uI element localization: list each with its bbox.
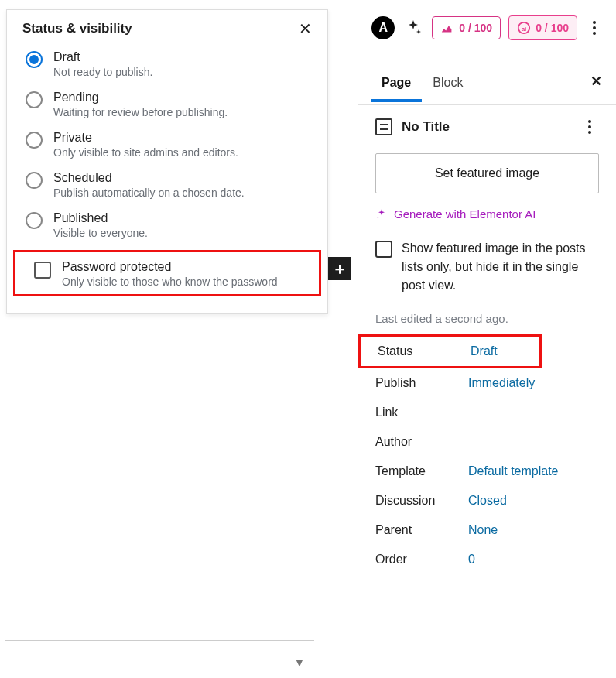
astra-badge-letter: A — [379, 21, 388, 35]
radio-icon — [26, 132, 43, 149]
radio-desc: Only visible to site admins and editors. — [53, 146, 238, 159]
radio-icon — [26, 172, 43, 189]
divider — [5, 640, 314, 641]
radio-desc: Not ready to publish. — [53, 66, 152, 78]
status-value-link[interactable]: Draft — [471, 344, 498, 358]
svg-point-6 — [588, 125, 591, 128]
meta-label: Author — [375, 435, 468, 449]
meta-row-status: Status Draft — [358, 334, 542, 368]
options-kebab-icon[interactable] — [585, 19, 604, 37]
meta-label: Publish — [375, 376, 468, 390]
radio-label: Private — [53, 131, 238, 145]
status-option-pending[interactable]: Pending Waiting for review before publis… — [7, 83, 327, 123]
svg-point-7 — [588, 131, 591, 134]
set-featured-image-button[interactable]: Set featured image — [375, 153, 599, 193]
svg-point-3 — [593, 26, 596, 29]
password-protected-checkbox[interactable]: Password protected Only visible to those… — [15, 252, 319, 294]
seo-score-2-text: 0 / 100 — [536, 22, 569, 34]
status-visibility-popover: Status & visibility ✕ Draft Not ready to… — [6, 9, 328, 314]
document-sidebar: Page Block ✕ No Title Set featured image… — [358, 59, 616, 678]
meta-row-author: Author — [358, 427, 616, 457]
svg-point-4 — [593, 32, 596, 35]
publish-value-link[interactable]: Immediately — [468, 376, 535, 390]
tab-page[interactable]: Page — [371, 62, 422, 102]
add-block-button[interactable]: ＋ — [328, 257, 351, 280]
seo-score-2[interactable]: ai 0 / 100 — [508, 15, 577, 40]
svg-point-2 — [593, 21, 596, 24]
parent-value-link[interactable]: None — [468, 523, 498, 537]
meta-label: Template — [375, 464, 468, 478]
generate-ai-link[interactable]: Generate with Elementor AI — [358, 204, 616, 235]
template-value-link[interactable]: Default template — [468, 464, 559, 478]
seo-score-1[interactable]: 0 / 100 — [432, 16, 501, 39]
ai-sparkle-icon[interactable] — [402, 17, 424, 39]
radio-label: Published — [53, 211, 148, 225]
radio-icon — [26, 91, 43, 108]
order-value-link[interactable]: 0 — [468, 553, 475, 567]
astra-badge-icon[interactable]: A — [371, 16, 395, 39]
radio-label: Draft — [53, 50, 152, 64]
checkbox-desc: Only visible to those who know the passw… — [62, 276, 278, 288]
status-option-draft[interactable]: Draft Not ready to publish. — [7, 43, 327, 83]
tab-block[interactable]: Block — [422, 62, 474, 102]
checkbox-label: Password protected — [62, 260, 278, 274]
meta-row-link: Link — [358, 398, 616, 427]
top-toolbar: A 0 / 100 ai 0 / 100 — [371, 15, 604, 40]
radio-icon — [26, 51, 43, 68]
meta-row-order: Order 0 — [358, 545, 616, 574]
plus-icon: ＋ — [332, 259, 347, 279]
status-option-scheduled[interactable]: Scheduled Publish automatically on a cho… — [7, 163, 327, 204]
meta-row-discussion: Discussion Closed — [358, 486, 616, 515]
meta-label: Parent — [375, 523, 468, 537]
svg-point-5 — [588, 120, 591, 123]
checkbox-icon — [34, 262, 51, 279]
chevron-down-icon[interactable]: ▼ — [294, 656, 305, 669]
checkbox-icon — [375, 241, 392, 258]
close-icon[interactable]: ✕ — [299, 21, 312, 36]
status-option-private[interactable]: Private Only visible to site admins and … — [7, 123, 327, 163]
radio-desc: Visible to everyone. — [53, 227, 148, 239]
radio-label: Pending — [53, 91, 228, 104]
generate-ai-text: Generate with Elementor AI — [394, 207, 536, 221]
close-icon[interactable]: ✕ — [590, 73, 602, 90]
meta-label: Link — [375, 406, 468, 419]
seo-score-1-text: 0 / 100 — [459, 22, 492, 34]
sidebar-tabs: Page Block ✕ — [358, 59, 616, 105]
meta-label: Status — [378, 344, 471, 358]
discussion-value-link[interactable]: Closed — [468, 494, 507, 508]
radio-desc: Publish automatically on a chosen date. — [53, 187, 245, 199]
document-icon — [375, 118, 392, 135]
radio-desc: Waiting for review before publishing. — [53, 106, 228, 118]
radio-label: Scheduled — [53, 171, 245, 185]
radio-icon — [26, 212, 43, 229]
meta-row-parent: Parent None — [358, 515, 616, 545]
last-edited-text: Last edited a second ago. — [358, 306, 616, 334]
meta-row-publish: Publish Immediately — [358, 368, 616, 398]
meta-row-template: Template Default template — [358, 457, 616, 486]
svg-text:ai: ai — [522, 26, 527, 33]
featured-image-visibility-checkbox[interactable]: Show featured image in the posts lists o… — [358, 235, 616, 306]
document-title: No Title — [402, 119, 450, 135]
meta-label: Discussion — [375, 494, 468, 508]
checkbox-label: Show featured image in the posts lists o… — [402, 239, 599, 295]
document-title-row: No Title — [358, 105, 616, 144]
popover-title: Status & visibility — [22, 21, 132, 36]
meta-label: Order — [375, 553, 468, 567]
document-kebab-icon[interactable] — [580, 118, 599, 136]
status-option-published[interactable]: Published Visible to everyone. — [7, 204, 327, 244]
